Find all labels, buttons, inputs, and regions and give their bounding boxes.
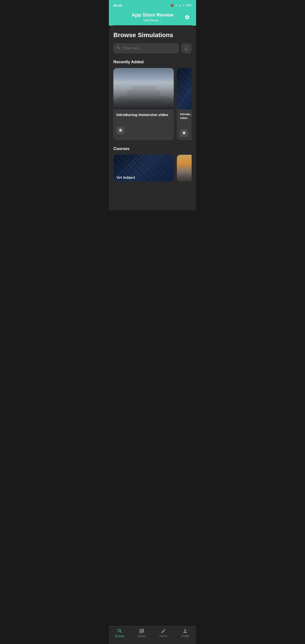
wifi-icon: ▲ — [179, 4, 181, 7]
recently-added-title: Recently Added — [113, 60, 192, 64]
app-header: App Store Review Virti Demo ⌄ — [109, 10, 196, 26]
course-card-2[interactable] — [177, 155, 192, 182]
card-title-2: Introdu... video — [180, 112, 192, 120]
status-time: 09:39 — [113, 4, 122, 8]
courses-cards: Virt Subject — [113, 155, 192, 182]
status-icons: 🔕 ⊖ ▲ ✈ 58% — [170, 4, 192, 7]
card-image-lines-2 — [177, 68, 192, 109]
bell-mute-icon: 🔕 — [170, 4, 174, 7]
course-card-image-2 — [177, 155, 192, 182]
search-icon — [116, 46, 120, 51]
svg-line-6 — [179, 68, 192, 109]
bookmark-icon-2 — [182, 131, 186, 135]
chevron-down-icon: ⌄ — [160, 19, 162, 22]
app-title: App Store Review — [122, 12, 183, 18]
search-container[interactable] — [113, 43, 179, 54]
main-content: Browse Simulations Recently Added — [109, 25, 196, 210]
bookmark-button-2[interactable] — [180, 129, 188, 137]
filter-button[interactable] — [181, 43, 192, 54]
card-body-1: Introducing immersive video — [113, 109, 174, 138]
search-input[interactable] — [123, 46, 176, 50]
card-body-2: Introdu... video — [177, 109, 192, 140]
search-row — [113, 43, 192, 54]
svg-line-5 — [177, 68, 192, 109]
settings-button[interactable] — [183, 13, 192, 22]
minus-circle-icon: ⊖ — [175, 4, 177, 7]
bookmark-button-1[interactable] — [116, 126, 124, 134]
card-image-airport-1 — [113, 68, 174, 109]
page-title: Browse Simulations — [113, 32, 192, 39]
header-center: App Store Review Virti Demo ⌄ — [122, 12, 183, 22]
workspace-name: Virti Demo — [143, 18, 159, 22]
gear-icon — [184, 14, 190, 20]
status-bar: 09:39 🔕 ⊖ ▲ ✈ 58% — [109, 0, 196, 10]
airplane-icon: ✈ — [183, 4, 185, 7]
recently-added-cards: Introducing immersive video — [113, 68, 192, 140]
course-card-1[interactable]: Virt Subject — [113, 155, 174, 182]
courses-title: Courses — [113, 146, 192, 151]
header-subtitle[interactable]: Virti Demo ⌄ — [122, 18, 183, 22]
card-title-1: Introducing immersive video — [116, 112, 170, 118]
filter-icon — [184, 46, 189, 51]
sim-card-2[interactable]: Introdu... video — [177, 68, 192, 140]
course-card-image-1: Virt Subject — [113, 155, 174, 182]
battery-level: 58% — [186, 4, 192, 7]
sim-card-1[interactable]: Introducing immersive video — [113, 68, 174, 140]
bookmark-icon-1 — [118, 128, 122, 132]
